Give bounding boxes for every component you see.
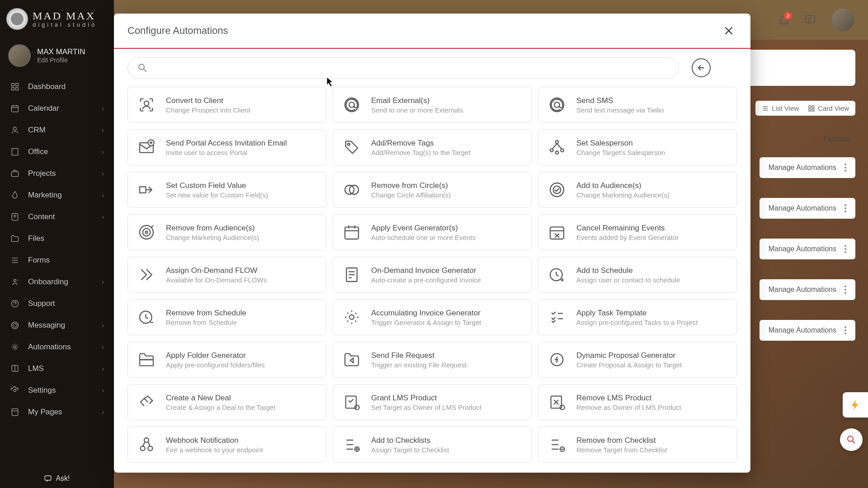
nav-label: Office <box>28 147 102 156</box>
automation-card-remove-from-circle-s-[interactable]: Remove from Circle(s)Change Circle Affil… <box>333 172 532 208</box>
profile-name: MAX MARTIN <box>37 47 85 56</box>
nav-item-onboarding[interactable]: Onboarding› <box>0 271 114 293</box>
automation-card-grant-lms-product[interactable]: Grant LMS ProductSet Target as Owner of … <box>333 384 532 420</box>
card-subtitle: Create & Assign a Deal to the Target <box>166 404 275 411</box>
automation-card-add-to-schedule[interactable]: Add to ScheduleAssign user or contact to… <box>538 257 737 293</box>
automation-card-remove-from-schedule[interactable]: Remove from ScheduleRemove from Schedule <box>127 299 326 335</box>
automation-card-set-custom-field-value[interactable]: Set Custom Field ValueSet new value for … <box>127 172 326 208</box>
automation-card-create-a-new-deal[interactable]: Create a New DealCreate & Assign a Deal … <box>127 384 326 420</box>
list-icon <box>762 105 769 112</box>
nav-item-dashboard[interactable]: Dashboard <box>0 76 114 98</box>
kebab-icon[interactable] <box>844 164 846 172</box>
chevron-right-icon: › <box>102 343 104 351</box>
automation-card-apply-task-template[interactable]: Apply Task TemplateAssign pre-configured… <box>538 299 737 335</box>
search-input[interactable] <box>153 63 670 72</box>
checklist-icon <box>547 307 567 328</box>
automation-card-send-file-request[interactable]: Send File RequestTrigger an existing Fil… <box>333 342 532 378</box>
automation-card-email-external-s-[interactable]: Email External(s)Send to one or more Ext… <box>333 87 532 123</box>
automation-card-apply-folder-generator[interactable]: Apply Folder GeneratorApply pre-configur… <box>127 342 326 378</box>
nav-item-settings[interactable]: Settings› <box>0 380 114 401</box>
calendar-icon <box>10 103 20 113</box>
manage-automations-row-4[interactable]: Manage Automations <box>760 279 855 300</box>
dashboard-icon <box>10 82 20 92</box>
automation-card-remove-lms-product[interactable]: Remove LMS ProductRemove as Owner of LMS… <box>538 384 737 420</box>
list-view-button[interactable]: List View <box>762 104 799 112</box>
automation-card-remove-from-audience-s-[interactable]: Remove from Audience(s)Change Marketing … <box>127 214 326 250</box>
search-box[interactable] <box>127 57 679 79</box>
card-subtitle: Set new value for Custom Field(s) <box>166 191 268 199</box>
user-avatar[interactable] <box>832 9 854 31</box>
brand-sub: digital studio <box>33 21 97 28</box>
notifications-button[interactable]: 2 <box>775 11 793 29</box>
manage-automations-row-1[interactable]: Manage Automations <box>760 157 855 178</box>
nav-item-support[interactable]: Support <box>0 293 114 314</box>
lms-icon <box>10 364 20 374</box>
nav-item-office[interactable]: Office› <box>0 141 114 163</box>
automation-card-accumulating-invoice-generator[interactable]: Accumulating Invoice GeneratorTrigger Ge… <box>333 299 532 335</box>
automation-card-add-remove-tags[interactable]: Add/Remove TagsAdd/Remove Tag(s) to the … <box>333 129 532 165</box>
ask-label: Ask! <box>56 474 70 483</box>
automation-card-apply-event-generator-s-[interactable]: Apply Event Generator(s)Auto-schedule on… <box>333 214 532 250</box>
chevron-right-icon: › <box>102 148 104 155</box>
automation-grid: Convert to ClientChange Prospect into Cl… <box>114 85 750 465</box>
svg-point-58 <box>556 151 559 154</box>
message-icon <box>804 14 816 26</box>
nav-item-calendar[interactable]: Calendar› <box>0 98 114 119</box>
card-subtitle: Assign Target to Checklist <box>371 446 449 454</box>
chevron-right-icon: › <box>102 170 104 177</box>
nav-item-projects[interactable]: Projects› <box>0 163 114 184</box>
notifications-badge: 2 <box>784 12 792 20</box>
kebab-icon[interactable] <box>844 286 846 294</box>
nav-label: Dashboard <box>28 82 104 91</box>
nav-item-my-pages[interactable]: My Pages› <box>0 401 114 423</box>
card-title: Send File Request <box>371 351 467 360</box>
automation-card-add-to-checklists[interactable]: Add to ChecklistsAssign Target to Checkl… <box>333 427 532 463</box>
automation-card-assign-on-demand-flow[interactable]: Assign On-Demand FLOWAvailable for On-De… <box>127 257 326 293</box>
automations-icon <box>10 342 20 352</box>
svg-point-19 <box>14 279 16 282</box>
automation-card-set-salesperson[interactable]: Set SalespersonChange Target's Salespers… <box>538 129 737 165</box>
options-label[interactable]: Options <box>823 135 850 144</box>
manage-automations-row-5[interactable]: Manage Automations <box>760 320 855 341</box>
nav-item-content[interactable]: Content› <box>0 206 114 228</box>
checklist-remove-icon <box>547 434 567 455</box>
nav-item-automations[interactable]: Automations› <box>0 336 114 358</box>
manage-automations-row-3[interactable]: Manage Automations <box>760 239 855 259</box>
quick-action-button[interactable] <box>843 392 868 418</box>
nav-item-crm[interactable]: CRM› <box>0 119 114 141</box>
card-subtitle: Set Target as Owner of LMS Product <box>371 404 481 411</box>
svg-rect-36 <box>809 109 811 111</box>
messages-button[interactable] <box>801 11 819 29</box>
edit-profile-link[interactable]: Edit Profile <box>37 56 85 64</box>
chevron-right-icon: › <box>102 127 104 134</box>
automation-card-on-demand-invoice-generator[interactable]: On-Demand Invoice GeneratorAuto-create a… <box>333 257 532 293</box>
kebab-icon[interactable] <box>844 326 846 334</box>
nav-item-files[interactable]: Files <box>0 228 114 249</box>
automation-card-send-portal-access-invitation-email[interactable]: Send Portal Access Invitation EmailInvit… <box>127 129 326 165</box>
automation-card-cancel-remaining-events[interactable]: Cancel Remaining EventsEvents added by E… <box>538 214 737 250</box>
nav-item-messaging[interactable]: Messaging› <box>0 314 114 336</box>
automation-card-remove-from-checklist[interactable]: Remove from ChecklistRemove Target from … <box>538 427 737 463</box>
profile-block[interactable]: MAX MARTIN Edit Profile <box>0 38 114 76</box>
automation-card-dynamic-proposal-generator[interactable]: Dynamic Proposal GeneratorCreate Proposa… <box>538 342 737 378</box>
close-icon <box>723 25 735 37</box>
automation-card-webhook-notification[interactable]: Webhook NotificationFire a webhook to yo… <box>127 427 326 463</box>
checklist-add-icon <box>341 434 362 455</box>
nav-item-forms[interactable]: Forms <box>0 249 114 271</box>
back-button[interactable] <box>692 58 711 77</box>
automation-card-convert-to-client[interactable]: Convert to ClientChange Prospect into Cl… <box>127 87 326 123</box>
global-search-button[interactable] <box>840 428 863 451</box>
card-view-button[interactable]: Card View <box>808 104 849 112</box>
ask-button[interactable]: Ask! <box>0 469 114 488</box>
close-button[interactable] <box>721 23 737 39</box>
kebab-icon[interactable] <box>844 204 846 212</box>
automation-card-send-sms[interactable]: Send SMSSend text message via Twilio <box>538 87 737 123</box>
svg-line-39 <box>853 441 855 443</box>
manage-automations-row-2[interactable]: Manage Automations <box>760 198 855 219</box>
nav-item-lms[interactable]: LMS› <box>0 358 114 380</box>
nav-item-marketing[interactable]: Marketing› <box>0 184 114 206</box>
kebab-icon[interactable] <box>844 245 846 253</box>
automation-card-add-to-audience-s-[interactable]: Add to Audience(s)Change Marketing Audie… <box>538 172 737 208</box>
handshake-icon <box>136 392 157 413</box>
card-subtitle: Apply pre-configured folders/files <box>166 361 264 369</box>
